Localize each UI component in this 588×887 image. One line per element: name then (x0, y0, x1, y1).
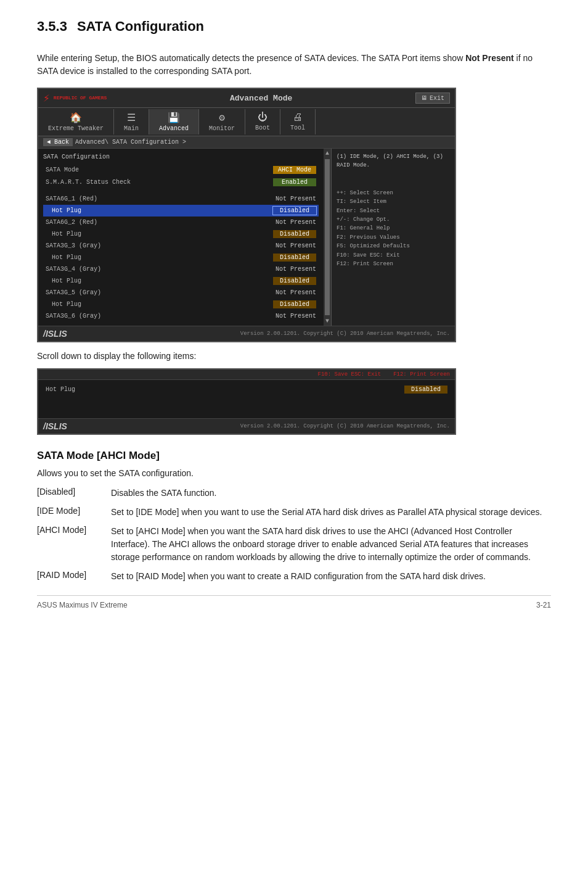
sata6g2-label: SATA6G_2 (Red) (46, 219, 267, 226)
nav-boot[interactable]: ⏻ Boot (245, 109, 280, 134)
sata6g2-value: Not Present (267, 219, 316, 226)
sata3g3-row: SATA3G_3 (Gray) Not Present (43, 241, 319, 251)
extreme-tweaker-icon: 🏠 (70, 112, 82, 124)
sata6g1-hotplug-row[interactable]: Hot Plug Disabled (43, 205, 319, 217)
def-term-disabled: [Disabled] (37, 487, 99, 497)
small-bios-spacer (38, 400, 455, 418)
bios-section-label: SATA Configuration (43, 152, 319, 162)
bios-logo: ⚡ REPUBLIC OF GAMERS (43, 91, 107, 105)
sata6g2-hotplug-value: Disabled (273, 230, 316, 238)
sata3g5-hotplug-row[interactable]: Hot Plug Disabled (43, 299, 319, 310)
nav-monitor[interactable]: ⚙ Monitor (199, 109, 245, 134)
section-heading: SATA Configuration (77, 19, 204, 35)
nav-main[interactable]: ☰ Main (114, 109, 149, 134)
monitor-icon: 🖥 (421, 94, 427, 102)
bios-footer-text: Version 2.00.1201. Copyright (C) 2010 Am… (240, 331, 450, 337)
sata3g4-hotplug-row[interactable]: Hot Plug Disabled (43, 275, 319, 287)
small-bios-tophelp: F10: Save ESC: Exit F12: Print Screen (38, 369, 455, 380)
scroll-thumb[interactable] (325, 159, 330, 315)
nav-advanced[interactable]: 💾 Advanced (149, 109, 199, 134)
sata6g2-hotplug-row[interactable]: Hot Plug Disabled (43, 228, 319, 240)
rog-icon: ⚡ (43, 91, 50, 105)
sata-mode-intro: Allows you to set the SATA configuration… (37, 468, 551, 478)
back-button[interactable]: ◄ Back (43, 138, 73, 146)
sata3g5-value: Not Present (267, 289, 316, 296)
small-hotplug-label: Hot Plug (46, 386, 404, 393)
def-desc-ahci: Set to [AHCI Mode] when you want the SAT… (111, 525, 551, 564)
smart-row[interactable]: S.M.A.R.T. Status Check Enabled (43, 176, 319, 188)
small-hotplug-value: Disabled (404, 386, 447, 394)
sata-mode-label: SATA Mode (46, 167, 273, 173)
footer-right: 3-21 (536, 601, 551, 609)
sata3g4-row: SATA3G_4 (Gray) Not Present (43, 264, 319, 274)
bios-footer: /ISLIS Version 2.00.1201. Copyright (C) … (38, 326, 455, 341)
footer-left: ASUS Maximus IV Extreme (37, 601, 128, 609)
sata3g4-value: Not Present (267, 266, 316, 273)
sata3g5-hotplug-label: Hot Plug (46, 301, 273, 308)
bios-main-content: SATA Configuration SATA Mode AHCI Mode S… (38, 149, 332, 326)
sata3g6-row: SATA3G_6 (Gray) Not Present (43, 311, 319, 321)
sata6g1-hotplug-label: Hot Plug (46, 207, 273, 214)
nav-extreme-tweaker[interactable]: 🏠 Extreme Tweaker (38, 109, 114, 134)
def-term-ahci: [AHCI Mode] (37, 525, 99, 535)
bios-breadcrumb: ◄ Back Advanced\ SATA Configuration > (38, 136, 455, 149)
monitor-nav-icon: ⚙ (219, 112, 225, 124)
small-top-help1: F10: Save ESC: Exit (318, 371, 382, 377)
small-top-help2: F12: Print Screen (393, 371, 450, 377)
sata6g1-hotplug-value: Disabled (273, 207, 316, 215)
sidebar-right-help: (1) IDE Mode, (2) AHCI Mode, (3) RAID Mo… (337, 152, 450, 268)
sata3g3-hotplug-label: Hot Plug (46, 254, 273, 261)
def-term-raid: [RAID Mode] (37, 570, 99, 580)
sata3g4-label: SATA3G_4 (Gray) (46, 266, 267, 273)
sata6g2-hotplug-label: Hot Plug (46, 231, 273, 237)
small-bios-content: Hot Plug Disabled (38, 380, 455, 400)
bios-screenshot-small: F10: Save ESC: Exit F12: Print Screen Ho… (37, 368, 456, 435)
def-ide: [IDE Mode] Set to [IDE Mode] when you wa… (37, 506, 551, 519)
scroll-up-button[interactable]: ▲ (324, 149, 330, 158)
bios-scrollbar[interactable]: ▲ ▼ (324, 149, 331, 326)
bios-main-panel: SATA Configuration SATA Mode AHCI Mode S… (38, 149, 324, 326)
small-bios-footer: /ISLIS Version 2.00.1201. Copyright (C) … (38, 418, 455, 434)
smart-label: S.M.A.R.T. Status Check (46, 179, 273, 186)
scroll-down-button[interactable]: ▼ (324, 316, 330, 326)
bios-main-inner: SATA Configuration SATA Mode AHCI Mode S… (38, 149, 324, 326)
sata-mode-row[interactable]: SATA Mode AHCI Mode (43, 164, 319, 176)
nav-tool[interactable]: 🖨 Tool (280, 109, 316, 134)
sata3g3-hotplug-row[interactable]: Hot Plug Disabled (43, 252, 319, 263)
sata3g5-label: SATA3G_5 (Gray) (46, 289, 267, 296)
sata6g1-row: SATA6G_1 (Red) Not Present (43, 194, 319, 204)
def-desc-raid: Set to [RAID Mode] when you want to crea… (111, 570, 486, 583)
sata6g1-label: SATA6G_1 (Red) (46, 196, 267, 202)
small-asus-logo: /ISLIS (43, 421, 67, 431)
section-title: 3.5.3 SATA Configuration (37, 19, 551, 43)
bios-exit-button[interactable]: 🖥 Exit (415, 93, 450, 104)
sata6g2-row: SATA6G_2 (Red) Not Present (43, 217, 319, 228)
sata-mode-value: AHCI Mode (273, 166, 316, 174)
tool-icon: 🖨 (293, 112, 303, 123)
bios-content: SATA Configuration SATA Mode AHCI Mode S… (38, 149, 455, 326)
advanced-icon: 💾 (168, 112, 180, 124)
sata3g3-value: Not Present (267, 242, 316, 249)
sata3g3-label: SATA3G_3 (Gray) (46, 242, 267, 249)
bios-screenshot: ⚡ REPUBLIC OF GAMERS Advanced Mode 🖥 Exi… (37, 88, 456, 342)
def-desc-ide: Set to [IDE Mode] when you want to use t… (111, 506, 542, 519)
asus-logo: /ISLIS (43, 329, 67, 339)
page-footer: ASUS Maximus IV Extreme 3-21 (37, 595, 551, 609)
bios-nav: 🏠 Extreme Tweaker ☰ Main 💾 Advanced ⚙ Mo… (38, 108, 455, 136)
def-disabled: [Disabled] Disables the SATA function. (37, 487, 551, 500)
boot-icon: ⏻ (258, 112, 267, 123)
sata3g5-hotplug-value: Disabled (273, 300, 316, 308)
spacer (43, 189, 319, 194)
def-desc-disabled: Disables the SATA function. (111, 487, 216, 500)
smart-value: Enabled (273, 178, 316, 186)
sata-mode-title: SATA Mode [AHCI Mode] (37, 450, 551, 462)
sata3g6-value: Not Present (267, 313, 316, 320)
sata6g1-value: Not Present (267, 196, 316, 202)
section-number: 3.5.3 (37, 19, 67, 35)
definition-list: [Disabled] Disables the SATA function. [… (37, 487, 551, 583)
bios-sidebar: (1) IDE Mode, (2) AHCI Mode, (3) RAID Mo… (332, 149, 455, 326)
sata3g3-hotplug-value: Disabled (273, 254, 316, 262)
def-term-ide: [IDE Mode] (37, 506, 99, 516)
small-hotplug-row[interactable]: Hot Plug Disabled (43, 384, 450, 395)
bios-topbar: ⚡ REPUBLIC OF GAMERS Advanced Mode 🖥 Exi… (38, 89, 455, 108)
